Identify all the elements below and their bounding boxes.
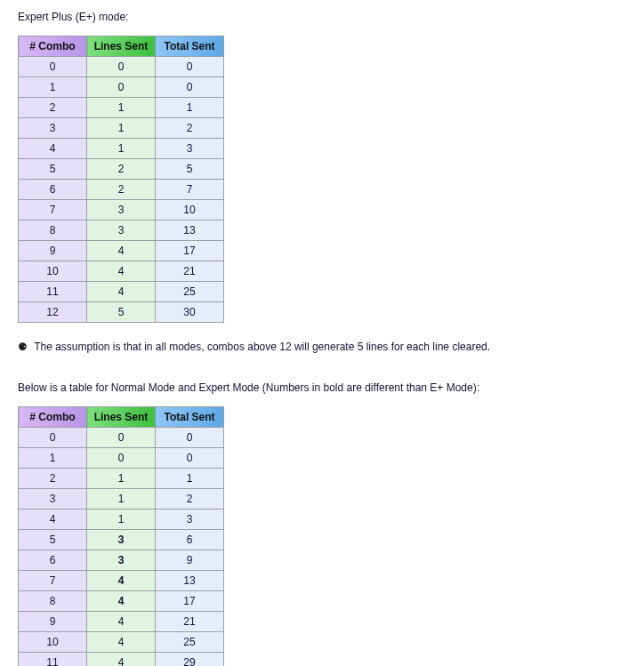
cell-combo: 10: [19, 261, 87, 282]
cell-lines: 0: [87, 428, 156, 448]
table-row: 11425: [19, 282, 224, 302]
cell-lines: 1: [87, 510, 156, 530]
table-row: 525: [19, 159, 224, 180]
cell-total: 0: [156, 57, 224, 77]
table-row: 413: [19, 510, 224, 530]
cell-combo: 3: [19, 118, 87, 139]
cell-total: 21: [156, 612, 224, 632]
cell-lines: 4: [87, 612, 156, 632]
cell-lines: 3: [87, 530, 156, 550]
cell-combo: 3: [19, 489, 87, 510]
cell-lines: 0: [87, 448, 156, 469]
col-header-total: Total Sent: [156, 36, 224, 57]
cell-combo: 8: [19, 591, 87, 612]
cell-combo: 10: [19, 632, 87, 653]
cell-combo: 5: [19, 159, 87, 180]
cell-lines: 1: [87, 139, 156, 159]
col-header-total: Total Sent: [156, 407, 224, 428]
cell-total: 2: [156, 118, 224, 139]
spacer: [18, 365, 623, 378]
cell-total: 3: [156, 510, 224, 530]
cell-total: 21: [156, 261, 224, 282]
cell-lines: 3: [87, 200, 156, 221]
cell-total: 29: [156, 653, 224, 667]
cell-combo: 9: [19, 612, 87, 632]
cell-lines: 4: [87, 261, 156, 282]
cell-combo: 12: [19, 302, 87, 323]
page-body: Expert Plus (E+) mode: # Combo Lines Sen…: [0, 0, 633, 666]
cell-combo: 4: [19, 510, 87, 530]
cell-total: 17: [156, 241, 224, 261]
cell-combo: 4: [19, 139, 87, 159]
table-body: 0001002113124135256277310831394171042111…: [19, 57, 224, 323]
cell-total: 9: [156, 550, 224, 571]
table-row: 10421: [19, 261, 224, 282]
cell-lines: 3: [87, 550, 156, 571]
table-row: 100: [19, 77, 224, 98]
cell-total: 13: [156, 221, 224, 241]
cell-total: 0: [156, 428, 224, 448]
table-row: 9421: [19, 612, 224, 632]
cell-combo: 2: [19, 98, 87, 118]
cell-combo: 9: [19, 241, 87, 261]
cell-combo: 1: [19, 77, 87, 98]
cell-lines: 2: [87, 159, 156, 180]
table-header-row: # Combo Lines Sent Total Sent: [19, 407, 224, 428]
table-row: 7413: [19, 571, 224, 591]
cell-total: 0: [156, 77, 224, 98]
cell-total: 2: [156, 489, 224, 510]
cell-lines: 4: [87, 571, 156, 591]
cell-lines: 0: [87, 57, 156, 77]
table-row: 536: [19, 530, 224, 550]
cell-lines: 2: [87, 180, 156, 200]
cell-total: 7: [156, 180, 224, 200]
cell-lines: 3: [87, 221, 156, 241]
cell-total: 10: [156, 200, 224, 221]
table-row: 11429: [19, 653, 224, 667]
table-row: 000: [19, 57, 224, 77]
table-row: 9417: [19, 241, 224, 261]
cell-lines: 5: [87, 302, 156, 323]
cell-combo: 7: [19, 571, 87, 591]
cell-lines: 1: [87, 489, 156, 510]
table-row: 100: [19, 448, 224, 469]
cell-lines: 4: [87, 632, 156, 653]
section-title-normal-expert: Below is a table for Normal Mode and Exp…: [18, 380, 623, 396]
table-body: 0001002113124135366397413841794211042511…: [19, 428, 224, 667]
table-row: 639: [19, 550, 224, 571]
table-row: 312: [19, 489, 224, 510]
cell-total: 6: [156, 530, 224, 550]
table-row: 8313: [19, 221, 224, 241]
cell-combo: 6: [19, 180, 87, 200]
cell-combo: 1: [19, 448, 87, 469]
table-eplus: # Combo Lines Sent Total Sent 0001002113…: [18, 36, 224, 323]
table-row: 211: [19, 469, 224, 489]
cell-lines: 0: [87, 77, 156, 98]
cell-combo: 0: [19, 57, 87, 77]
cell-combo: 11: [19, 282, 87, 302]
table-row: 413: [19, 139, 224, 159]
cell-combo: 2: [19, 469, 87, 489]
cell-total: 0: [156, 448, 224, 469]
cell-lines: 4: [87, 241, 156, 261]
cell-combo: 0: [19, 428, 87, 448]
cell-total: 17: [156, 591, 224, 612]
cell-total: 30: [156, 302, 224, 323]
cell-total: 5: [156, 159, 224, 180]
cell-lines: 4: [87, 282, 156, 302]
cell-lines: 4: [87, 591, 156, 612]
cell-combo: 7: [19, 200, 87, 221]
cell-total: 13: [156, 571, 224, 591]
cell-total: 3: [156, 139, 224, 159]
cell-total: 1: [156, 469, 224, 489]
cell-lines: 1: [87, 118, 156, 139]
col-header-lines: Lines Sent: [87, 36, 156, 57]
table-row: 7310: [19, 200, 224, 221]
cell-lines: 1: [87, 469, 156, 489]
cell-combo: 8: [19, 221, 87, 241]
cell-lines: 1: [87, 98, 156, 118]
note-text: The assumption is that in all modes, com…: [34, 341, 490, 353]
cell-combo: 11: [19, 653, 87, 667]
table-header-row: # Combo Lines Sent Total Sent: [19, 36, 224, 57]
section-title-eplus: Expert Plus (E+) mode:: [18, 9, 623, 25]
